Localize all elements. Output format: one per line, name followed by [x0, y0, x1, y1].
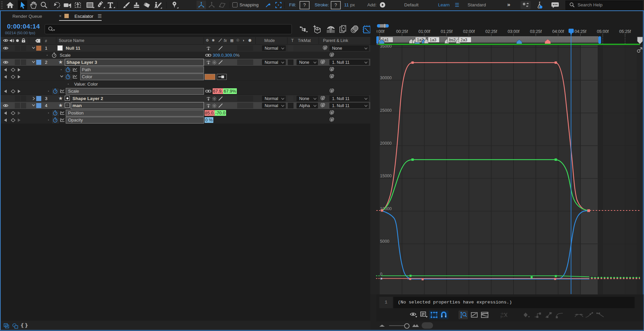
- svg-text:15000: 15000: [380, 174, 392, 178]
- svg-text:30000: 30000: [380, 76, 392, 80]
- svg-text:2a3: 2a3: [461, 38, 467, 42]
- svg-text:05:25f: 05:25f: [619, 29, 631, 34]
- svg-text:00:25f: 00:25f: [396, 29, 408, 34]
- svg-text:02:00f: 02:00f: [463, 29, 475, 34]
- svg-text:01:00f: 01:00f: [419, 29, 430, 34]
- svg-text:05:00f: 05:00f: [597, 29, 609, 34]
- svg-text:5000: 5000: [380, 239, 389, 244]
- svg-text:02:25f: 02:25f: [485, 29, 497, 34]
- svg-text:20000: 20000: [380, 141, 392, 146]
- svg-text:ȳ=: ȳ=: [500, 315, 504, 318]
- svg-text:04:00f: 04:00f: [552, 29, 564, 34]
- svg-text:03:25f: 03:25f: [530, 29, 542, 34]
- svg-text:04:25f: 04:25f: [575, 29, 586, 34]
- svg-text:bs2,: bs2,: [449, 38, 457, 42]
- svg-text:25000: 25000: [380, 108, 392, 113]
- svg-text:1a3: 1a3: [430, 38, 436, 42]
- svg-text:03:00f: 03:00f: [508, 29, 520, 34]
- svg-text:01:25f: 01:25f: [441, 29, 452, 34]
